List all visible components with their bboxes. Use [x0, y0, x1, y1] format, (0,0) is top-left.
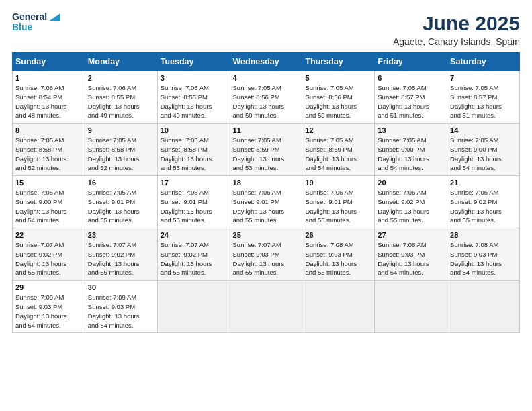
day-info: Sunrise: 7:06 AM Sunset: 8:55 PM Dayligh…	[161, 83, 227, 120]
calendar-cell: 27Sunrise: 7:08 AM Sunset: 9:03 PM Dayli…	[375, 228, 447, 281]
day-info: Sunrise: 7:05 AM Sunset: 8:58 PM Dayligh…	[15, 136, 82, 173]
day-number: 6	[378, 74, 444, 82]
calendar-week-5: 29Sunrise: 7:09 AM Sunset: 9:03 PM Dayli…	[13, 281, 520, 333]
day-number: 15	[15, 179, 82, 187]
calendar-cell	[230, 281, 302, 333]
day-number: 30	[88, 283, 154, 291]
day-info: Sunrise: 7:06 AM Sunset: 9:02 PM Dayligh…	[378, 188, 444, 225]
calendar-cell: 2Sunrise: 7:06 AM Sunset: 8:55 PM Daylig…	[85, 71, 157, 124]
calendar-week-1: 1Sunrise: 7:06 AM Sunset: 8:54 PM Daylig…	[13, 71, 520, 124]
svg-marker-0	[48, 13, 60, 21]
logo: General Blue	[12, 12, 60, 33]
day-info: Sunrise: 7:07 AM Sunset: 9:02 PM Dayligh…	[15, 240, 82, 277]
calendar-header-thursday: Thursday	[302, 53, 375, 71]
calendar-cell: 23Sunrise: 7:07 AM Sunset: 9:02 PM Dayli…	[85, 228, 157, 281]
day-number: 13	[378, 126, 444, 134]
day-number: 22	[15, 231, 82, 239]
calendar: SundayMondayTuesdayWednesdayThursdayFrid…	[12, 52, 520, 333]
calendar-cell: 20Sunrise: 7:06 AM Sunset: 9:02 PM Dayli…	[375, 176, 447, 228]
day-info: Sunrise: 7:05 AM Sunset: 8:57 PM Dayligh…	[378, 83, 444, 120]
main-title: June 2025	[393, 12, 520, 35]
page: General Blue June 2025 Agaete, Canary Is…	[0, 0, 532, 411]
day-number: 2	[88, 74, 154, 82]
day-info: Sunrise: 7:07 AM Sunset: 9:02 PM Dayligh…	[88, 240, 154, 277]
day-number: 17	[161, 179, 227, 187]
day-number: 7	[450, 74, 517, 82]
day-info: Sunrise: 7:09 AM Sunset: 9:03 PM Dayligh…	[15, 293, 82, 330]
calendar-cell: 25Sunrise: 7:07 AM Sunset: 9:03 PM Dayli…	[230, 228, 302, 281]
day-number: 20	[378, 179, 444, 187]
calendar-cell: 12Sunrise: 7:05 AM Sunset: 8:59 PM Dayli…	[302, 124, 375, 176]
calendar-cell: 17Sunrise: 7:06 AM Sunset: 9:01 PM Dayli…	[157, 176, 230, 228]
calendar-cell	[447, 281, 520, 333]
calendar-cell: 11Sunrise: 7:05 AM Sunset: 8:59 PM Dayli…	[230, 124, 302, 176]
day-info: Sunrise: 7:07 AM Sunset: 9:02 PM Dayligh…	[161, 240, 227, 277]
logo-text: General Blue	[12, 12, 60, 33]
calendar-cell: 28Sunrise: 7:08 AM Sunset: 9:03 PM Dayli…	[447, 228, 520, 281]
day-info: Sunrise: 7:08 AM Sunset: 9:03 PM Dayligh…	[450, 240, 517, 277]
calendar-cell: 24Sunrise: 7:07 AM Sunset: 9:02 PM Dayli…	[157, 228, 230, 281]
day-number: 10	[161, 126, 227, 134]
calendar-cell: 16Sunrise: 7:05 AM Sunset: 9:01 PM Dayli…	[85, 176, 157, 228]
calendar-cell: 26Sunrise: 7:08 AM Sunset: 9:03 PM Dayli…	[302, 228, 375, 281]
day-info: Sunrise: 7:05 AM Sunset: 8:58 PM Dayligh…	[88, 136, 154, 173]
calendar-cell: 14Sunrise: 7:05 AM Sunset: 9:00 PM Dayli…	[447, 124, 520, 176]
day-number: 24	[161, 231, 227, 239]
day-info: Sunrise: 7:05 AM Sunset: 8:57 PM Dayligh…	[450, 83, 517, 120]
day-info: Sunrise: 7:05 AM Sunset: 8:59 PM Dayligh…	[233, 136, 300, 173]
day-number: 4	[233, 74, 300, 82]
day-number: 3	[161, 74, 227, 82]
calendar-header-tuesday: Tuesday	[157, 53, 230, 71]
calendar-cell: 18Sunrise: 7:06 AM Sunset: 9:01 PM Dayli…	[230, 176, 302, 228]
day-info: Sunrise: 7:05 AM Sunset: 8:59 PM Dayligh…	[305, 136, 371, 173]
calendar-cell: 7Sunrise: 7:05 AM Sunset: 8:57 PM Daylig…	[447, 71, 520, 124]
calendar-cell: 19Sunrise: 7:06 AM Sunset: 9:01 PM Dayli…	[302, 176, 375, 228]
day-number: 18	[233, 179, 300, 187]
calendar-cell: 6Sunrise: 7:05 AM Sunset: 8:57 PM Daylig…	[375, 71, 447, 124]
day-number: 11	[233, 126, 300, 134]
day-number: 25	[233, 231, 300, 239]
day-info: Sunrise: 7:06 AM Sunset: 8:55 PM Dayligh…	[88, 83, 154, 120]
subtitle: Agaete, Canary Islands, Spain	[393, 36, 520, 47]
calendar-cell: 8Sunrise: 7:05 AM Sunset: 8:58 PM Daylig…	[13, 124, 85, 176]
calendar-cell	[375, 281, 447, 333]
calendar-cell: 9Sunrise: 7:05 AM Sunset: 8:58 PM Daylig…	[85, 124, 157, 176]
day-number: 1	[15, 74, 82, 82]
day-info: Sunrise: 7:05 AM Sunset: 9:00 PM Dayligh…	[450, 136, 517, 173]
day-number: 29	[15, 283, 82, 291]
day-number: 5	[305, 74, 371, 82]
calendar-header-monday: Monday	[85, 53, 157, 71]
calendar-header-row: SundayMondayTuesdayWednesdayThursdayFrid…	[13, 53, 520, 71]
calendar-cell	[302, 281, 375, 333]
day-number: 19	[305, 179, 371, 187]
calendar-header-friday: Friday	[375, 53, 447, 71]
calendar-cell: 13Sunrise: 7:05 AM Sunset: 9:00 PM Dayli…	[375, 124, 447, 176]
day-info: Sunrise: 7:05 AM Sunset: 9:00 PM Dayligh…	[378, 136, 444, 173]
day-info: Sunrise: 7:09 AM Sunset: 9:03 PM Dayligh…	[88, 293, 154, 330]
day-number: 27	[378, 231, 444, 239]
day-number: 16	[88, 179, 154, 187]
day-info: Sunrise: 7:05 AM Sunset: 9:00 PM Dayligh…	[15, 188, 82, 225]
day-info: Sunrise: 7:06 AM Sunset: 9:01 PM Dayligh…	[161, 188, 227, 225]
day-info: Sunrise: 7:05 AM Sunset: 8:58 PM Dayligh…	[161, 136, 227, 173]
title-area: June 2025 Agaete, Canary Islands, Spain	[393, 12, 520, 47]
calendar-cell: 29Sunrise: 7:09 AM Sunset: 9:03 PM Dayli…	[13, 281, 85, 333]
header: General Blue June 2025 Agaete, Canary Is…	[12, 12, 520, 47]
day-info: Sunrise: 7:08 AM Sunset: 9:03 PM Dayligh…	[305, 240, 371, 277]
calendar-cell: 10Sunrise: 7:05 AM Sunset: 8:58 PM Dayli…	[157, 124, 230, 176]
day-number: 23	[88, 231, 154, 239]
logo-blue: Blue	[12, 22, 60, 32]
calendar-header-wednesday: Wednesday	[230, 53, 302, 71]
day-info: Sunrise: 7:08 AM Sunset: 9:03 PM Dayligh…	[378, 240, 444, 277]
calendar-cell: 1Sunrise: 7:06 AM Sunset: 8:54 PM Daylig…	[13, 71, 85, 124]
day-info: Sunrise: 7:06 AM Sunset: 8:54 PM Dayligh…	[15, 83, 82, 120]
day-number: 14	[450, 126, 517, 134]
calendar-week-3: 15Sunrise: 7:05 AM Sunset: 9:00 PM Dayli…	[13, 176, 520, 228]
calendar-cell: 5Sunrise: 7:05 AM Sunset: 8:56 PM Daylig…	[302, 71, 375, 124]
calendar-cell: 22Sunrise: 7:07 AM Sunset: 9:02 PM Dayli…	[13, 228, 85, 281]
day-number: 26	[305, 231, 371, 239]
day-info: Sunrise: 7:07 AM Sunset: 9:03 PM Dayligh…	[233, 240, 300, 277]
day-number: 8	[15, 126, 82, 134]
calendar-cell: 21Sunrise: 7:06 AM Sunset: 9:02 PM Dayli…	[447, 176, 520, 228]
calendar-cell: 30Sunrise: 7:09 AM Sunset: 9:03 PM Dayli…	[85, 281, 157, 333]
